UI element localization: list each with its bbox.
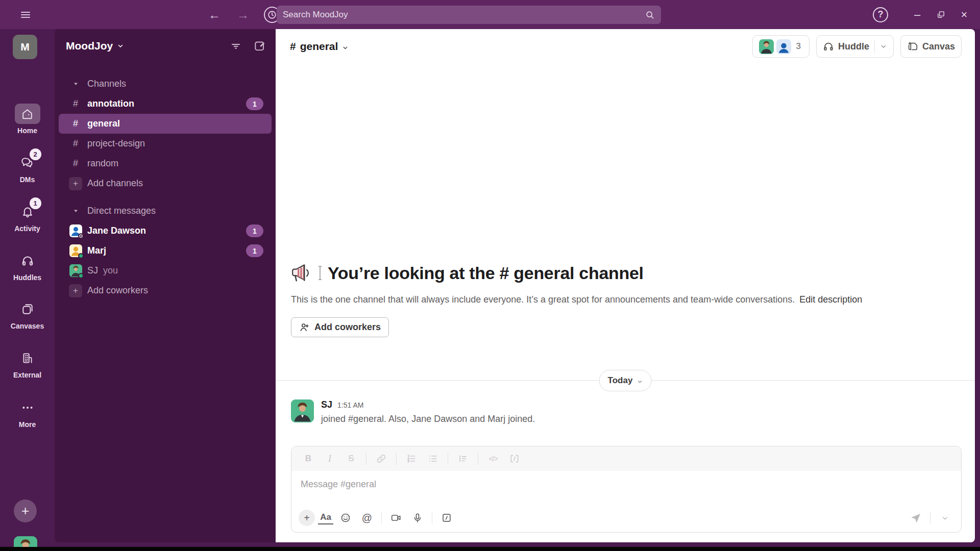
attach-plus-button[interactable]: + xyxy=(299,510,315,526)
video-icon[interactable] xyxy=(387,509,405,527)
plus-icon: + xyxy=(69,177,82,190)
history-back-button[interactable]: ← xyxy=(207,8,222,22)
rail-item-activity[interactable]: 1 Activity xyxy=(0,202,55,233)
rail-item-canvases[interactable]: Canvases xyxy=(0,299,55,330)
dm-name: SJ xyxy=(87,265,98,276)
person-add-icon xyxy=(299,322,310,333)
workspace-switcher[interactable]: MoodJoy xyxy=(66,40,124,52)
channels-section-header[interactable]: Channels xyxy=(59,74,272,94)
sidebar-channel-project-design[interactable]: # project-design xyxy=(59,134,272,154)
sidebar-channel-random[interactable]: # random xyxy=(59,154,272,173)
dm-self[interactable]: SJ you xyxy=(59,261,272,281)
rail-item-home[interactable]: Home xyxy=(0,104,55,135)
workspace-sidebar: MoodJoy Channels xyxy=(55,29,276,542)
huddle-button[interactable]: Huddle xyxy=(816,35,894,58)
chevron-down-icon xyxy=(636,379,643,385)
emoji-icon[interactable] xyxy=(336,509,355,527)
divider xyxy=(381,512,382,524)
add-coworkers-button-sidebar[interactable]: + Add coworkers xyxy=(59,281,272,300)
rail-item-external[interactable]: External xyxy=(0,348,55,379)
channel-name: general xyxy=(300,40,338,53)
close-button[interactable]: × xyxy=(952,5,976,25)
channel-name: project-design xyxy=(87,138,145,149)
code-block-icon[interactable] xyxy=(506,450,523,467)
headphones-icon xyxy=(21,254,34,267)
edit-description-link[interactable]: Edit description xyxy=(799,294,862,305)
home-icon xyxy=(21,108,34,120)
message-timestamp[interactable]: 1:51 AM xyxy=(337,401,363,409)
composer-actions: + Aa @ xyxy=(291,504,961,532)
avatar-jane-dawson xyxy=(69,224,82,237)
rail-item-huddles[interactable]: Huddles xyxy=(0,251,55,282)
channel-name: random xyxy=(87,158,118,169)
send-button[interactable] xyxy=(906,509,925,527)
strikethrough-icon[interactable]: S xyxy=(342,450,360,467)
search-icon xyxy=(645,10,655,20)
message-input[interactable]: Message #general xyxy=(291,471,961,490)
global-search-bar[interactable] xyxy=(277,6,661,24)
avatar-marj xyxy=(69,244,82,257)
left-rail: M Home 2 DMs 1 Activity Huddles xyxy=(0,29,55,551)
member-list-button[interactable]: 3 xyxy=(752,35,809,58)
bold-icon[interactable]: B xyxy=(300,450,317,467)
member-avatar-sj xyxy=(759,39,774,54)
mention-at-icon[interactable]: @ xyxy=(358,509,376,527)
workspace-name: MoodJoy xyxy=(66,40,113,52)
bullet-list-icon[interactable] xyxy=(424,450,442,467)
hash-icon: # xyxy=(69,98,82,109)
title-bar: ← → ? – × xyxy=(0,0,980,29)
rail-item-dms[interactable]: 2 DMs xyxy=(0,153,55,184)
workspace-avatar[interactable]: M xyxy=(13,35,37,59)
create-new-button[interactable]: + xyxy=(14,499,37,522)
message-avatar[interactable] xyxy=(291,399,314,422)
microphone-icon[interactable] xyxy=(408,509,427,527)
link-icon[interactable] xyxy=(373,450,390,467)
dm-marj[interactable]: Marj 1 xyxy=(59,241,272,261)
schedule-send-chevron-icon[interactable] xyxy=(936,509,954,527)
megaphone-icon xyxy=(291,263,312,283)
dms-section-header[interactable]: Direct messages xyxy=(59,201,272,221)
chevron-down-icon[interactable] xyxy=(880,43,887,50)
add-coworkers-button[interactable]: Add coworkers xyxy=(291,317,389,337)
filter-icon[interactable] xyxy=(230,40,242,52)
date-divider-button[interactable]: Today xyxy=(599,370,652,391)
offline-status-icon xyxy=(78,233,84,239)
chevron-down-icon xyxy=(117,42,124,49)
message-author[interactable]: SJ xyxy=(321,399,332,410)
search-input[interactable] xyxy=(283,10,645,20)
headphones-icon xyxy=(823,41,834,52)
formatting-toggle-aa[interactable]: Aa xyxy=(318,511,333,524)
section-label: Direct messages xyxy=(87,206,156,216)
sidebar-channel-annotation[interactable]: # annotation 1 xyxy=(59,94,272,114)
dm-jane-dawson[interactable]: Jane Dawson 1 xyxy=(59,221,272,241)
compose-icon[interactable] xyxy=(253,39,266,53)
message-row[interactable]: SJ 1:51 AM joined #general. Also, Jane D… xyxy=(291,399,535,424)
canvas-label: Canvas xyxy=(922,41,955,52)
add-coworkers-label: Add coworkers xyxy=(87,285,148,296)
add-channels-button[interactable]: + Add channels xyxy=(59,173,272,193)
slash-commands-icon[interactable] xyxy=(437,509,456,527)
sidebar-channel-general[interactable]: # general xyxy=(59,114,272,134)
unread-badge: 1 xyxy=(246,224,263,237)
canvas-button[interactable]: Canvas xyxy=(900,35,962,58)
italic-icon[interactable]: I xyxy=(321,450,338,467)
add-channels-label: Add channels xyxy=(87,178,143,189)
hamburger-menu-icon[interactable] xyxy=(19,9,32,21)
external-building-icon xyxy=(21,352,34,365)
code-icon[interactable]: </> xyxy=(484,450,502,467)
dm-self-suffix: you xyxy=(103,265,118,276)
channel-view: # general 3 xyxy=(276,29,975,542)
restore-button[interactable] xyxy=(929,5,952,25)
help-icon[interactable]: ? xyxy=(873,7,888,22)
channel-welcome-block: You’re looking at the # general channel … xyxy=(291,263,954,337)
rail-label: External xyxy=(13,371,41,379)
history-forward-button[interactable]: → xyxy=(235,8,251,22)
blockquote-icon[interactable] xyxy=(454,450,472,467)
ordered-list-icon[interactable] xyxy=(403,450,420,467)
rail-item-more[interactable]: More xyxy=(0,397,55,429)
channel-title-button[interactable]: # general xyxy=(290,40,349,53)
date-divider: Today xyxy=(276,370,975,391)
message-composer[interactable]: B I S </> xyxy=(291,446,962,533)
minimize-button[interactable]: – xyxy=(905,5,929,25)
canvases-icon xyxy=(21,303,34,316)
